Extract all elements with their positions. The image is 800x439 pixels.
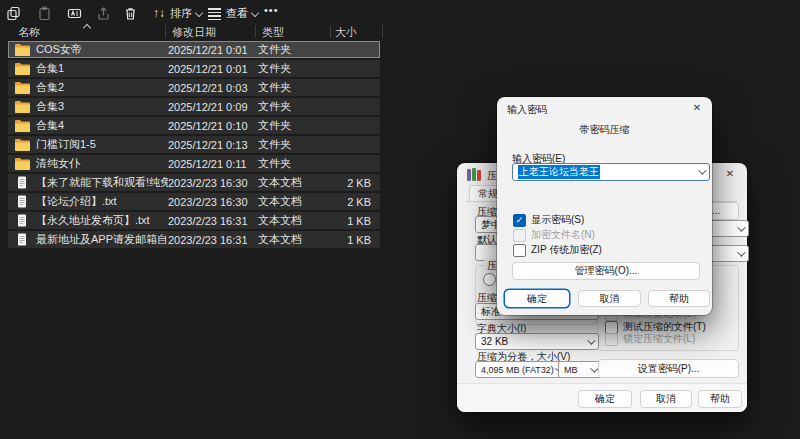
volume-size-select[interactable]: 4,095 MB (FAT32): [475, 361, 567, 378]
checkbox-icon: [605, 333, 618, 346]
volume-unit-select[interactable]: MB: [558, 361, 602, 378]
close-icon[interactable]: ✕: [690, 102, 704, 113]
file-name: 合集2: [36, 80, 168, 95]
file-type: 文件夹: [258, 118, 334, 133]
checkbox-checked-icon: ✓: [513, 214, 526, 227]
file-type: 文件夹: [258, 99, 334, 114]
file-row[interactable]: 最新地址及APP请发邮箱自动获取!!!... 2023/2/23 16:31 文…: [8, 231, 380, 248]
file-date: 2023/2/23 16:30: [168, 196, 258, 208]
checkbox-icon: [513, 229, 526, 242]
file-name: 合集4: [36, 118, 168, 133]
file-list: COS女帝 2025/12/21 0:01 文件夹 合集1 2025/12/21…: [8, 41, 380, 250]
file-name: 门槛订阅1-5: [36, 137, 168, 152]
file-size: 2 KB: [334, 196, 380, 208]
view-icon[interactable]: [208, 8, 221, 20]
column-header-row: 名称 修改日期 类型 大小: [0, 23, 400, 40]
file-date: 2025/12/21 0:03: [168, 82, 258, 94]
sort-button[interactable]: 排序: [170, 6, 192, 21]
file-size: 1 KB: [334, 215, 380, 227]
file-size: 1 KB: [334, 234, 380, 246]
share-icon[interactable]: [90, 2, 116, 24]
column-header-type[interactable]: 类型: [262, 25, 284, 40]
cancel-button[interactable]: 取消: [578, 290, 641, 307]
folder-icon: [14, 62, 30, 75]
checkbox-icon: [513, 244, 526, 257]
show-password-checkbox[interactable]: ✓显示密码(S): [513, 213, 584, 227]
file-date: 2025/12/21 0:11: [168, 158, 258, 170]
file-type: 文件夹: [258, 61, 334, 76]
column-header-size[interactable]: 大小: [335, 25, 357, 40]
chevron-down-icon: [251, 9, 259, 17]
selected-password-text: 上老王论坛当老王: [518, 165, 600, 179]
file-type: 文本文档: [258, 175, 334, 190]
dictionary-size-select[interactable]: 32 KB: [475, 333, 599, 350]
password-input[interactable]: 上老王论坛当老王: [512, 163, 710, 181]
manage-passwords-button[interactable]: 管理密码(O)...: [512, 262, 700, 280]
file-type: 文本文档: [258, 232, 334, 247]
chevron-down-icon: [587, 336, 595, 344]
text-file-icon: [14, 176, 30, 189]
ok-button[interactable]: 确定: [505, 290, 569, 307]
file-row[interactable]: 门槛订阅1-5 2025/12/21 0:13 文件夹: [8, 136, 380, 153]
text-file-icon: [14, 214, 30, 227]
password-dialog: 输入密码 ✕ 带密码压缩 输入密码(E) 上老王论坛当老王 ✓显示密码(S) 加…: [497, 97, 712, 315]
chevron-down-icon[interactable]: [698, 166, 706, 174]
password-dialog-header: 带密码压缩: [497, 123, 712, 137]
ok-button[interactable]: 确定: [578, 390, 632, 408]
encrypt-filenames-checkbox[interactable]: 加密文件名(N): [513, 228, 595, 242]
file-date: 2023/2/23 16:30: [168, 177, 258, 189]
folder-icon: [14, 157, 30, 170]
file-name: 清纯女仆: [36, 156, 168, 171]
text-file-icon: [14, 233, 30, 246]
zip-legacy-encryption-checkbox[interactable]: ZIP 传统加密(Z): [513, 243, 602, 257]
close-icon[interactable]: ✕: [723, 168, 737, 179]
chevron-down-icon: [737, 248, 745, 256]
view-button[interactable]: 查看: [226, 6, 248, 21]
file-row[interactable]: 合集1 2025/12/21 0:01 文件夹: [8, 60, 380, 77]
help-button[interactable]: 帮助: [698, 390, 742, 408]
set-password-button[interactable]: 设置密码(P)...: [598, 359, 739, 378]
more-options-button[interactable]: •••: [264, 4, 279, 16]
sort-ascending-icon: [83, 24, 91, 32]
file-name: 【来了就能下载和观看!纯免费!】.txt: [36, 175, 168, 190]
column-header-name[interactable]: 名称: [18, 25, 40, 40]
paste-icon[interactable]: [31, 2, 57, 24]
file-row[interactable]: 【来了就能下载和观看!纯免费!】.txt 2023/2/23 16:30 文本文…: [8, 174, 380, 191]
file-row[interactable]: 合集2 2025/12/21 0:03 文件夹: [8, 79, 380, 96]
file-name: 【永久地址发布页】.txt: [36, 213, 168, 228]
sort-icon[interactable]: ↑↓: [146, 2, 172, 24]
folder-icon: [14, 81, 30, 94]
file-row[interactable]: 合集3 2025/12/21 0:09 文件夹: [8, 98, 380, 115]
help-button[interactable]: 帮助: [648, 290, 710, 307]
file-type: 文件夹: [258, 137, 334, 152]
file-type: 文件夹: [258, 80, 334, 95]
rename-icon[interactable]: [61, 2, 87, 24]
copy-icon[interactable]: [0, 2, 26, 24]
cancel-button[interactable]: 取消: [640, 390, 692, 408]
file-date: 2023/2/23 16:31: [168, 234, 258, 246]
delete-icon[interactable]: [117, 2, 143, 24]
file-row[interactable]: COS女帝 2025/12/21 0:01 文件夹: [8, 41, 380, 58]
desktop: ↑↓ 排序 查看 ••• 名称 修改日期 类型 大小: [0, 0, 800, 439]
winrar-icon: [467, 168, 481, 181]
radio-icon: [483, 273, 496, 286]
file-type: 文件夹: [258, 42, 334, 57]
file-date: 2023/2/23 16:31: [168, 215, 258, 227]
file-date: 2025/12/21 0:09: [168, 101, 258, 113]
folder-icon: [14, 119, 30, 132]
lock-archive-checkbox[interactable]: 锁定压缩文件(L): [605, 332, 695, 346]
file-row[interactable]: 【永久地址发布页】.txt 2023/2/23 16:31 文本文档 1 KB: [8, 212, 380, 229]
column-header-date[interactable]: 修改日期: [172, 25, 216, 40]
folder-icon: [14, 100, 30, 113]
dialog-title: 输入密码: [507, 103, 547, 117]
file-row[interactable]: 清纯女仆 2025/12/21 0:11 文件夹: [8, 155, 380, 172]
chevron-down-icon: [195, 9, 203, 17]
file-type: 文本文档: [258, 194, 334, 209]
file-row[interactable]: 合集4 2025/12/21 0:10 文件夹: [8, 117, 380, 134]
file-name: 【论坛介绍】.txt: [36, 194, 168, 209]
file-type: 文件夹: [258, 156, 334, 171]
file-name: 最新地址及APP请发邮箱自动获取!!!...: [36, 232, 168, 247]
file-date: 2025/12/21 0:10: [168, 120, 258, 132]
file-row[interactable]: 【论坛介绍】.txt 2023/2/23 16:30 文本文档 2 KB: [8, 193, 380, 210]
file-name: COS女帝: [36, 42, 168, 57]
